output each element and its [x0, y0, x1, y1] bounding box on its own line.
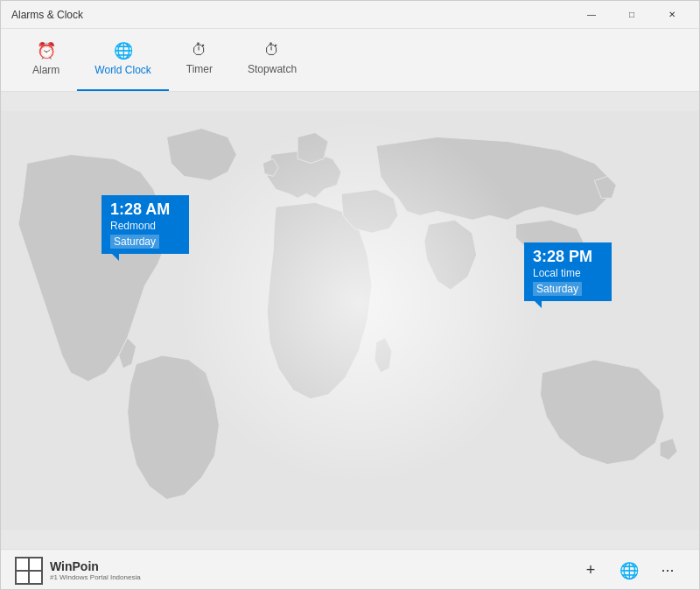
bottom-actions: + 🌐 ··· — [573, 553, 685, 588]
local-popup[interactable]: 3:28 PM Local time Saturday — [524, 242, 612, 301]
redmond-city: Redmond — [110, 220, 180, 232]
tab-worldclock[interactable]: 🌐 World Clock — [77, 29, 168, 91]
tab-stopwatch-label: Stopwatch — [248, 63, 297, 75]
local-city: Local time — [533, 267, 603, 279]
titlebar: Alarms & Clock — □ ✕ — [1, 1, 699, 29]
timer-icon: ⏱ — [192, 41, 207, 60]
svg-rect-4 — [17, 572, 28, 583]
local-time: 3:28 PM — [533, 248, 603, 267]
local-day: Saturday — [533, 282, 582, 296]
svg-rect-2 — [17, 558, 28, 570]
close-button[interactable]: ✕ — [652, 1, 692, 29]
tab-timer[interactable]: ⏱ Timer — [169, 29, 230, 91]
world-clock-settings-button[interactable]: 🌐 — [612, 553, 647, 588]
window-controls: — □ ✕ — [571, 1, 692, 29]
redmond-day: Saturday — [110, 235, 159, 249]
world-map — [1, 92, 699, 549]
brand-logo: WinPoin #1 Windows Portal Indonesia — [15, 557, 141, 585]
logo-text: WinPoin #1 Windows Portal Indonesia — [50, 559, 141, 581]
tab-alarm[interactable]: ⏰ Alarm — [15, 29, 77, 91]
alarm-icon: ⏰ — [37, 41, 56, 60]
svg-rect-5 — [30, 572, 41, 583]
minimize-button[interactable]: — — [571, 1, 612, 29]
maximize-button[interactable]: □ — [612, 1, 652, 29]
add-button[interactable]: + — [573, 553, 608, 588]
stopwatch-icon: ⏱ — [264, 41, 280, 60]
more-options-button[interactable]: ··· — [650, 553, 685, 588]
tab-timer-label: Timer — [186, 63, 213, 75]
bottombar: WinPoin #1 Windows Portal Indonesia + 🌐 … — [1, 549, 699, 590]
worldclock-settings-icon: 🌐 — [620, 561, 639, 580]
app-title: Alarms & Clock — [11, 9, 83, 21]
map-container: 1:28 AM Redmond Saturday 3:28 PM Local t… — [1, 92, 699, 549]
tabbar: ⏰ Alarm 🌐 World Clock ⏱ Timer ⏱ Stopwatc… — [1, 29, 699, 92]
logo-icon — [15, 557, 43, 585]
redmond-time: 1:28 AM — [110, 200, 180, 220]
tab-alarm-label: Alarm — [32, 64, 60, 76]
tab-stopwatch[interactable]: ⏱ Stopwatch — [230, 29, 314, 91]
svg-rect-3 — [30, 558, 41, 570]
redmond-popup[interactable]: 1:28 AM Redmond Saturday — [102, 195, 189, 254]
add-icon: + — [586, 561, 596, 579]
ellipsis-icon: ··· — [661, 561, 674, 579]
logo-subtitle: #1 Windows Portal Indonesia — [50, 573, 141, 581]
worldclock-icon: 🌐 — [114, 41, 133, 60]
logo-name: WinPoin — [50, 559, 141, 573]
tab-worldclock-label: World Clock — [94, 64, 150, 76]
